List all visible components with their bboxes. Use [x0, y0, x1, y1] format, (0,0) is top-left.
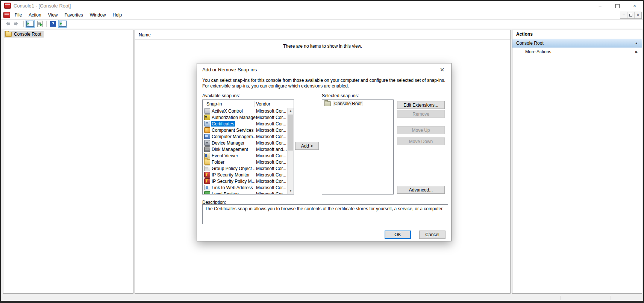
snapin-vendor: Microsoft Cor...: [256, 128, 286, 133]
selected-snapin-row[interactable]: Console Root: [322, 100, 393, 106]
linkweb-icon: [204, 185, 210, 190]
help-button[interactable]: ?: [48, 20, 58, 28]
snapin-name: Link to Web Address: [212, 185, 253, 190]
show-action-pane-icon: [59, 21, 67, 27]
snapin-row-link-to-web-address[interactable]: Link to Web AddressMicrosoft Cor...: [203, 184, 287, 191]
description-box: The Certificates snap-in allows you to b…: [202, 204, 448, 224]
child-minimize-icon: –: [623, 12, 625, 17]
snapin-row-authorization-manager[interactable]: Authorization ManagerMicrosoft Cor...: [203, 114, 287, 121]
export-list-button[interactable]: [35, 20, 44, 28]
ipsec-icon: [204, 178, 210, 184]
snapin-row-certificates[interactable]: CertificatesMicrosoft Cor...: [203, 121, 287, 127]
scroll-down-icon[interactable]: ▼: [288, 188, 294, 194]
child-minimize-button[interactable]: –: [620, 12, 627, 18]
scroll-thumb[interactable]: [288, 115, 293, 151]
move-down-button: Move Down: [397, 137, 445, 145]
menu-help[interactable]: Help: [109, 11, 126, 19]
gpo-icon: [204, 166, 210, 171]
menu-action[interactable]: Action: [25, 11, 44, 19]
child-close-button[interactable]: ×: [634, 12, 641, 18]
expand-icon: ▶: [635, 48, 638, 56]
add-button[interactable]: Add >: [295, 142, 319, 150]
menu-items: FileActionViewFavoritesWindowHelp: [11, 11, 125, 19]
snapin-name: IP Security Policy M...: [212, 179, 255, 184]
diskmgmt-icon: [204, 146, 210, 152]
snapin-vendor: Microsoft Cor...: [256, 172, 286, 178]
minimize-button[interactable]: –: [591, 1, 609, 11]
ok-button[interactable]: OK: [385, 231, 411, 239]
dialog-close-button[interactable]: ✕: [438, 66, 447, 74]
menu-window[interactable]: Window: [86, 11, 109, 19]
activex-icon: [204, 108, 210, 114]
scrollbar[interactable]: ▲ ▼: [287, 108, 294, 194]
toolbar-separator: [46, 21, 47, 27]
show-console-tree-button[interactable]: [26, 20, 35, 28]
menu-favorites[interactable]: Favorites: [61, 11, 86, 19]
snapin-row-event-viewer[interactable]: Event ViewerMicrosoft Cor...: [203, 152, 287, 159]
snapin-row-ip-security-policy-m[interactable]: IP Security Policy M...Microsoft Cor...: [203, 178, 287, 184]
snapin-vendor: Microsoft Cor...: [256, 121, 286, 127]
collapse-icon[interactable]: ▲: [635, 39, 638, 47]
maximize-icon: [615, 4, 620, 8]
cancel-button[interactable]: Cancel: [419, 231, 445, 239]
column-divider[interactable]: [211, 31, 211, 39]
status-divider: [560, 296, 561, 300]
available-snapins-label: Available snap-ins:: [202, 93, 240, 98]
available-list-header: Snap-in Vendor: [203, 100, 294, 108]
cert-icon: [204, 121, 210, 127]
forward-button[interactable]: [12, 20, 21, 28]
tree-item-console-root[interactable]: Console Root: [4, 31, 44, 38]
folder-icon: [5, 32, 12, 37]
column-vendor[interactable]: Vendor: [256, 101, 270, 107]
export-list-icon: [37, 21, 43, 27]
snapin-row-ip-security-monitor[interactable]: IP Security MonitorMicrosoft Cor...: [203, 172, 287, 178]
snapin-row-folder[interactable]: FolderMicrosoft Cor...: [203, 159, 287, 165]
snapin-name: Certificates: [211, 121, 235, 127]
available-rows: ActiveX ControlMicrosoft Cor...Authoriza…: [203, 108, 287, 194]
available-snapins-list[interactable]: Snap-in Vendor ActiveX ControlMicrosoft …: [202, 99, 294, 194]
advanced-button[interactable]: Advanced...: [397, 186, 445, 194]
column-snapin[interactable]: Snap-in: [206, 101, 222, 107]
compmgmt-icon: [204, 134, 210, 139]
edit-extensions-button[interactable]: Edit Extensions...: [397, 101, 445, 109]
folder-icon: [324, 101, 331, 106]
actions-group-console-root[interactable]: Console Root ▲: [512, 39, 642, 48]
snapin-vendor: Microsoft Cor...: [256, 185, 286, 190]
devmgr-icon: [204, 140, 210, 146]
actions-group-label: Console Root: [516, 41, 544, 46]
show-action-pane-button[interactable]: [58, 20, 67, 28]
back-button[interactable]: [3, 20, 12, 28]
selected-snapins-list[interactable]: Console Root: [322, 99, 394, 194]
snapin-row-computer-managem[interactable]: Computer Managem...Microsoft Cor...: [203, 133, 287, 140]
menu-view[interactable]: View: [45, 11, 61, 19]
child-restore-button[interactable]: [627, 12, 634, 18]
actions-pane: Actions Console Root ▲ More Actions ▶: [512, 30, 642, 294]
maximize-button[interactable]: [609, 1, 626, 11]
authmgr-icon: [204, 115, 210, 120]
actions-pane-header: Actions: [512, 30, 642, 39]
mmc-child-icon[interactable]: [3, 12, 10, 18]
snapin-row-activex-control[interactable]: ActiveX ControlMicrosoft Cor...: [203, 108, 287, 114]
snapin-row-local-backup[interactable]: Local BackupMicrosoft Cor...: [203, 191, 287, 194]
add-remove-snapins-dialog: Add or Remove Snap-ins ✕ You can select …: [197, 63, 452, 241]
console-tree-pane: Console Root: [3, 30, 133, 294]
column-divider: [254, 101, 255, 107]
show-console-tree-icon: [26, 21, 34, 27]
snapin-row-device-manager[interactable]: Device ManagerMicrosoft Cor...: [203, 140, 287, 146]
scroll-up-icon[interactable]: ▲: [288, 108, 294, 114]
snapin-name: Event Viewer: [212, 153, 238, 158]
menu-file[interactable]: File: [11, 11, 25, 19]
toolbar: ?: [1, 20, 643, 28]
column-header-name[interactable]: Name: [139, 32, 151, 38]
snapin-row-component-services[interactable]: Component ServicesMicrosoft Cor...: [203, 127, 287, 133]
snapin-row-disk-management[interactable]: Disk ManagementMicrosoft and...: [203, 146, 287, 152]
more-actions-label: More Actions: [525, 49, 551, 54]
more-actions-item[interactable]: More Actions ▶: [512, 48, 642, 56]
ipsec-icon: [204, 172, 210, 178]
snapin-vendor: Microsoft Cor...: [256, 160, 286, 165]
close-button[interactable]: ×: [626, 1, 643, 11]
mmc-window: Console1 - [Console Root] – × FileAction…: [1, 1, 643, 300]
back-icon: [4, 21, 11, 26]
snapin-row-group-policy-object[interactable]: Group Policy Object ...Microsoft Cor...: [203, 165, 287, 172]
child-window-controls: – ×: [620, 12, 642, 19]
